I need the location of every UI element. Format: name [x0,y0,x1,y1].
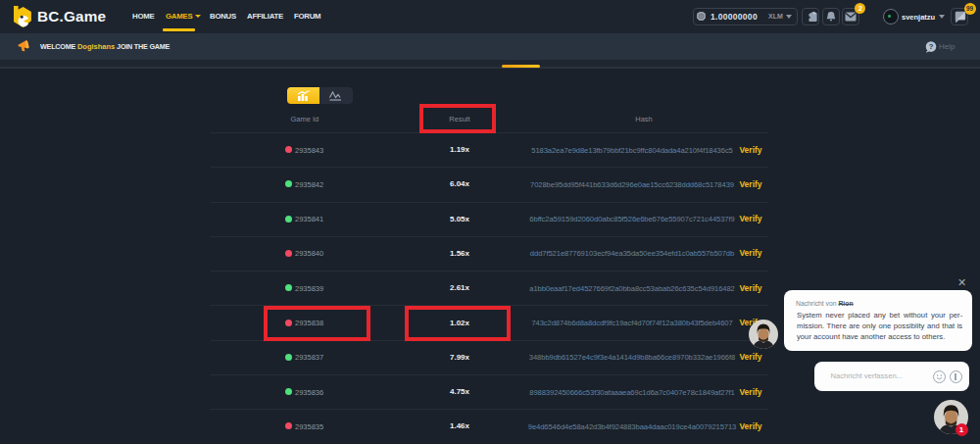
svg-text:?: ? [929,42,934,51]
